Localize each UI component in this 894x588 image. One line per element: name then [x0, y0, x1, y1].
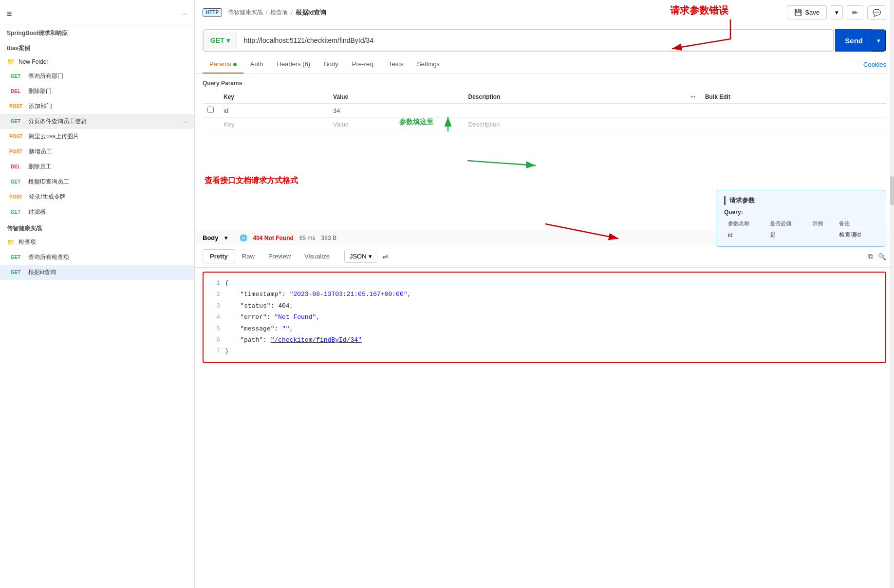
tab-headers[interactable]: Headers (6): [270, 55, 317, 74]
param-value-cell[interactable]: 34: [328, 104, 463, 118]
sidebar-item-label: 添加部门: [29, 102, 187, 110]
method-badge-get: GET: [7, 208, 24, 216]
annotation-params-here: 参数填这里: [399, 118, 433, 127]
sidebar-item-folder-checkitem[interactable]: 📁 检查项: [0, 235, 194, 250]
sidebar-more-icon[interactable]: ···: [181, 10, 187, 18]
url-input[interactable]: [237, 32, 834, 49]
sidebar-item-label: 分页条件查询员工信息: [28, 117, 178, 126]
popup-param-name: id: [724, 229, 766, 241]
sidebar-header: ≡ ···: [0, 4, 194, 24]
sidebar-item-get-filter[interactable]: GET 过滤器: [0, 204, 194, 220]
breadcrumb-sep1: /: [266, 9, 267, 16]
method-badge-get: GET: [7, 254, 24, 261]
globe-icon: 🌐: [240, 234, 247, 241]
sidebar-item-get-checkitem-byid[interactable]: GET 根据id查询: [0, 265, 194, 280]
checkbox-col-header: [203, 91, 219, 104]
tab-headers-label: Headers (6): [277, 60, 311, 68]
param-value-placeholder[interactable]: Value: [328, 118, 463, 131]
tabs-bar: Params Auth Headers (6) Body Pre-req. Te…: [195, 55, 894, 74]
table-row-empty: Key Value Description: [203, 118, 886, 131]
format-type-select[interactable]: JSON ▾: [344, 250, 377, 263]
tab-prereq[interactable]: Pre-req.: [345, 55, 382, 74]
response-time: 65 ms: [299, 235, 316, 241]
popup-card: 请求参数 Query: 参数名称 是否必须 示例 备注 id 是 检查项id: [716, 190, 886, 247]
method-badge-get: GET: [7, 118, 24, 125]
sidebar-item-label: 阿里云oss上传图片: [29, 132, 187, 141]
method-badge-get: GET: [7, 178, 24, 185]
code-line-4: 4 "error": "Not Found",: [211, 312, 877, 323]
topbar-actions: 💾 Save ▾ ✏ 💬: [787, 5, 886, 20]
popup-title: 请求参数: [724, 196, 878, 205]
format-tab-pretty[interactable]: Pretty: [203, 249, 235, 263]
save-dropdown-button[interactable]: ▾: [831, 5, 843, 19]
sidebar-item-label: 新增员工: [29, 147, 187, 156]
sidebar-item-get-emp-by-id[interactable]: GET 根据ID查询员工: [0, 174, 194, 189]
param-key-placeholder[interactable]: Key: [219, 118, 328, 131]
sidebar-item-get-dept-all[interactable]: GET 查询所有部门: [0, 69, 194, 84]
body-label[interactable]: Body: [203, 234, 219, 241]
cookies-link[interactable]: Cookies: [863, 61, 886, 68]
save-icon: 💾: [794, 9, 802, 16]
body-dropdown-icon[interactable]: ▾: [224, 234, 228, 241]
tab-settings[interactable]: Settings: [410, 55, 447, 74]
col-bulk-header[interactable]: Bulk Edit: [700, 91, 886, 104]
scrollbar-track[interactable]: [890, 0, 894, 588]
format-type-label: JSON: [350, 253, 367, 260]
format-tab-visualize[interactable]: Visualize: [298, 250, 336, 263]
edit-button[interactable]: ✏: [847, 5, 863, 20]
comment-button[interactable]: 💬: [867, 5, 886, 20]
sidebar: ≡ ··· SpringBoot请求和响应 tlias案例 📁 New Fold…: [0, 0, 195, 588]
send-button[interactable]: Send: [835, 29, 873, 52]
sidebar-item-label: 过滤器: [28, 208, 187, 216]
method-badge-post: POST: [7, 133, 25, 140]
wrap-icon[interactable]: ⇌: [382, 252, 389, 261]
col-key-header: Key: [219, 91, 328, 104]
tab-params-label: Params: [209, 60, 231, 68]
search-icon[interactable]: 🔍: [878, 253, 886, 260]
sidebar-item-new-folder[interactable]: 📁 New Folder: [0, 55, 194, 69]
sidebar-item-post-login[interactable]: POST 登录/生成令牌: [0, 189, 194, 204]
param-more[interactable]: [686, 104, 700, 118]
send-dropdown-button[interactable]: ▾: [872, 29, 886, 52]
hamburger-icon[interactable]: ≡: [7, 9, 12, 19]
save-button[interactable]: 💾 Save: [787, 5, 827, 19]
main-panel: HTTP 传智健康实战 / 检查项 / 根据id查询 请求参数错误 💾 Save…: [195, 0, 894, 588]
param-bulk: [700, 104, 886, 118]
popup-param-note: 检查项id: [835, 229, 878, 241]
param-key-cell[interactable]: id: [219, 104, 328, 118]
code-line-7: 7 }: [211, 346, 877, 357]
sidebar-item-post-emp[interactable]: POST 新增员工: [0, 144, 194, 159]
folder-icon: 📁: [7, 58, 15, 65]
copy-icon[interactable]: ⧉: [868, 252, 873, 260]
breadcrumb-part2: 检查项: [270, 8, 288, 17]
sidebar-item-del-dept[interactable]: DEL 删除部门: [0, 84, 194, 99]
tab-body-label: Body: [324, 60, 338, 68]
section-springboot: SpringBoot请求和响应: [0, 24, 194, 39]
tab-prereq-label: Pre-req.: [352, 60, 375, 68]
popup-param-example: [808, 229, 835, 241]
tab-auth-label: Auth: [250, 60, 263, 68]
sidebar-item-label: 查询所有部门: [28, 72, 187, 80]
tab-body[interactable]: Body: [317, 55, 345, 74]
tab-auth[interactable]: Auth: [243, 55, 270, 74]
row-checkbox[interactable]: [207, 107, 214, 113]
sidebar-item-get-emp-paged[interactable]: GET 分页条件查询员工信息 ···: [0, 114, 194, 129]
format-tab-preview[interactable]: Preview: [261, 250, 298, 263]
param-desc-cell[interactable]: [463, 104, 685, 118]
tab-tests[interactable]: Tests: [382, 55, 410, 74]
scrollbar-thumb[interactable]: [890, 176, 894, 205]
sidebar-item-post-oss[interactable]: POST 阿里云oss上传图片: [0, 129, 194, 144]
sidebar-item-del-emp[interactable]: DEL 删除员工: [0, 159, 194, 174]
method-badge-post: POST: [7, 103, 25, 110]
sidebar-item-more-icon[interactable]: ···: [182, 118, 187, 126]
tab-params[interactable]: Params: [203, 55, 243, 74]
format-tab-raw[interactable]: Raw: [235, 250, 261, 263]
method-select[interactable]: GET ▾: [204, 32, 237, 49]
sidebar-item-post-dept[interactable]: POST 添加部门: [0, 99, 194, 114]
sidebar-item-label: 根据ID查询员工: [28, 178, 187, 186]
sidebar-item-get-checkitem-all[interactable]: GET 查询所有检查项: [0, 250, 194, 265]
popup-param-required: 是: [766, 229, 808, 241]
popup-query-label: Query:: [724, 209, 878, 216]
popup-col-note: 备注: [835, 219, 878, 229]
code-line-3: 3 "status": 404,: [211, 300, 877, 312]
